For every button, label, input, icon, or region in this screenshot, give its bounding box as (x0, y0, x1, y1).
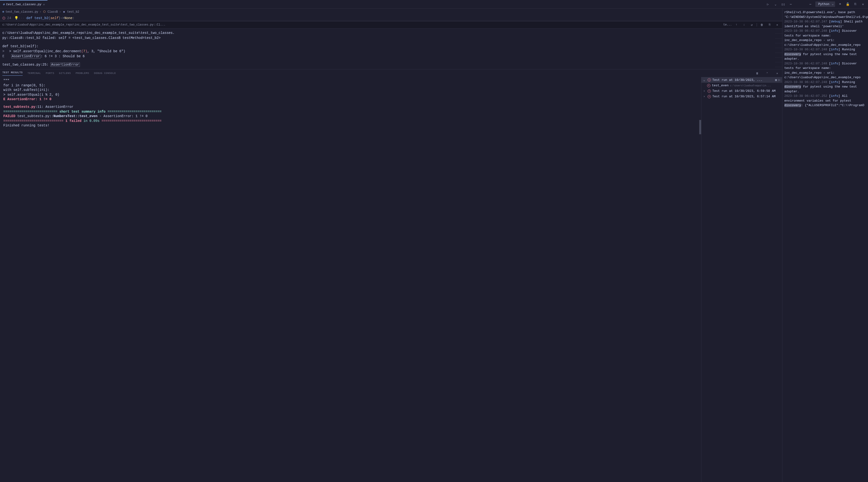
tab-filename: test_two_classes.py (6, 3, 41, 6)
code: > self.assertEqual(inc_dec.decrement (9, 49, 81, 53)
punct: : (72, 16, 74, 20)
tab-terminal[interactable]: TERMINAL (27, 72, 41, 74)
tree-row-test[interactable]: ✕ test_even c:\Users\luabud\Apps\in... (701, 83, 782, 88)
breadcrumb-method[interactable]: test_b2 (67, 10, 79, 13)
terminal-icon[interactable]: ▣ (775, 78, 777, 82)
chevron-right-icon[interactable]: › (703, 89, 706, 93)
chevron-up-icon[interactable]: ⌃ (765, 70, 770, 76)
run-label: Test run at 10/30/2023, 6:57:14 AM (712, 95, 775, 98)
class-icon: ⬡ (43, 10, 46, 13)
peek-header: c:\Users\luabud\Apps\inc_dec_example_rep… (0, 21, 782, 29)
tab-test-results[interactable]: TEST RESULTS (2, 71, 23, 76)
more-icon-2[interactable]: ⋯ (808, 2, 813, 7)
output-line: ============================== 1 failed … (3, 119, 698, 124)
code: self.assertEqual(i % 2, 0) (5, 93, 59, 97)
close-icon[interactable]: ✕ (43, 3, 44, 6)
peek-line: E AssertionError: 6 != 3 : Should be 6 (2, 54, 780, 59)
output-panel[interactable]: rShell\v1.0\powershell.exe', base path '… (782, 8, 868, 482)
language-label: Python (818, 2, 829, 6)
gutter: ✕ 24 (2, 16, 14, 20)
line-number: 24 (7, 16, 11, 20)
editor[interactable]: ✕ 24 💡 ···· def test_b2 ( self ) -> None… (0, 15, 782, 21)
chevron-right-icon[interactable]: › (703, 95, 706, 98)
chevron-down-icon[interactable]: ⌄ (773, 2, 778, 7)
peek-line: test_two_classes.py:25: AssertionError (2, 62, 780, 67)
error: AssertionError: 1 != 0 (5, 97, 51, 101)
peek-hint: te... (723, 23, 732, 27)
code: , 3, "Should be 6") (87, 49, 125, 53)
arrow-up-icon[interactable]: ↑ (734, 22, 739, 27)
breadcrumb-class[interactable]: ClassB (48, 10, 58, 13)
breadcrumb[interactable]: ⚙ test_two_classes.py › ⬡ ClassB › ◈ tes… (0, 8, 782, 15)
peek-actions: ↑ ↓ ↺ 🗑 ⎘ ✕ (734, 22, 780, 27)
list-icon[interactable]: ≡ (837, 2, 843, 7)
error-icon: ✕ (708, 78, 711, 82)
code: test_two_classes.py:25: (2, 63, 51, 66)
python-icon: ⚙ (2, 10, 4, 13)
history-icon[interactable]: ↺ (749, 22, 754, 27)
unlock-icon[interactable]: 🔓 (845, 2, 850, 7)
new-file-icon[interactable]: ⎘ (853, 2, 858, 7)
close-panel-icon[interactable]: ✕ (860, 2, 866, 7)
minimap[interactable] (775, 29, 782, 69)
run-icon[interactable]: ▷ (765, 2, 771, 7)
panel-body: """ for i in range(0, 5): with self.subT… (0, 77, 782, 482)
tree-icons: ▣ ▷ (775, 78, 780, 82)
main-area: ⚙ test_two_classes.py › ⬡ ClassB › ◈ tes… (0, 8, 868, 482)
close-icon[interactable]: ✕ (775, 70, 780, 76)
trash-icon[interactable]: 🗑 (759, 22, 765, 27)
punct: ) (58, 16, 60, 20)
error-token: AssertionError (51, 62, 80, 67)
lightbulb-icon[interactable]: 💡 (14, 16, 18, 20)
divider: ============================== (101, 119, 162, 123)
error-icon: ✕ (708, 95, 711, 98)
trash-icon[interactable]: 🗑 (754, 70, 760, 76)
split-icon[interactable]: ▯▯ (780, 2, 786, 7)
scrollbar[interactable] (699, 120, 701, 134)
tab-problems[interactable]: PROBLEMS (75, 72, 89, 74)
center-column: ⚙ test_two_classes.py › ⬡ ClassB › ◈ tes… (0, 8, 782, 482)
editor-tab[interactable]: ⚙ test_two_classes.py ✕ (0, 0, 48, 8)
more-icon[interactable]: ⋯ (788, 2, 794, 7)
tab-gitlens[interactable]: GITLENS (59, 72, 71, 74)
copy-icon[interactable]: ⎘ (767, 22, 772, 27)
arrow-down-icon[interactable]: ↓ (741, 22, 747, 27)
output-line: =========================== short test s… (3, 110, 698, 114)
failed-label: FAILED (3, 114, 15, 118)
bottom-panel: TEST RESULTS TERMINAL PORTS GITLENS PROB… (0, 69, 782, 482)
code: - AssertionError: 1 != 0 (97, 114, 148, 118)
error-icon[interactable]: ✕ (2, 17, 5, 20)
duration: in 0.09s (82, 119, 101, 123)
method-icon: ◈ (62, 10, 66, 13)
title-bar: ⚙ test_two_classes.py ✕ ▷ ⌄ ▯▯ ⋯ ⋯ Pytho… (0, 0, 868, 8)
error-token: AssertionError (11, 54, 41, 58)
language-selector[interactable]: Python (815, 1, 835, 7)
close-icon[interactable]: ✕ (775, 22, 780, 27)
run-icon[interactable]: ▷ (778, 78, 780, 82)
peek-body[interactable]: c:\Users\luabud\Apps\inc_dec_example_rep… (0, 29, 782, 69)
tree-row-run[interactable]: › ✕ Test run at 10/30/2023, 6:57:14 AM (701, 94, 782, 99)
log-line: 2023-10-30 06:42:07.248 [info] Discover … (784, 61, 866, 80)
output-line: E AssertionError: 1 != 0 (3, 97, 698, 102)
return-type: None (64, 16, 72, 20)
log-line: 2023-10-30 06:42:07.252 [info] All envir… (784, 94, 866, 108)
tab-debug-console[interactable]: DEBUG CONSOLE (94, 72, 116, 74)
divider: ============================== (3, 119, 63, 123)
peek-line: >> self.assertEqual(inc_dec.decrement(7)… (2, 49, 780, 54)
chevron-down-icon[interactable]: ⌄ (703, 78, 706, 82)
test-output[interactable]: """ for i in range(0, 5): with self.subT… (0, 77, 701, 482)
function-name: test_b2 (34, 16, 49, 20)
tab-ports[interactable]: PORTS (46, 72, 54, 74)
log-line: 2023-10-30 06:42:07.248 [info] Running d… (784, 47, 866, 61)
tree-row-run[interactable]: › ✕ Test run at 10/30/2023, 6:59:50 AM (701, 88, 782, 94)
divider: =========================== (107, 110, 162, 114)
output-line: """ (3, 79, 698, 83)
output-line: > self.assertEqual(i % 2, 0) (3, 93, 698, 97)
run-label: Test run at 10/30/2023, 6:59:50 AM (712, 89, 775, 93)
run-label: Test run at 10/30/2023, ... (712, 78, 763, 82)
python-icon: ⚙ (3, 3, 4, 6)
breadcrumb-file[interactable]: test_two_classes.py (5, 10, 38, 13)
peek-path[interactable]: c:\Users\luabud\Apps\inc_dec_example_rep… (2, 23, 721, 27)
code-line[interactable]: ✕ 24 💡 ···· def test_b2 ( self ) -> None… (0, 16, 782, 21)
tree-row-run[interactable]: ⌄ ✕ Test run at 10/30/2023, ... ▣ ▷ (701, 77, 782, 83)
